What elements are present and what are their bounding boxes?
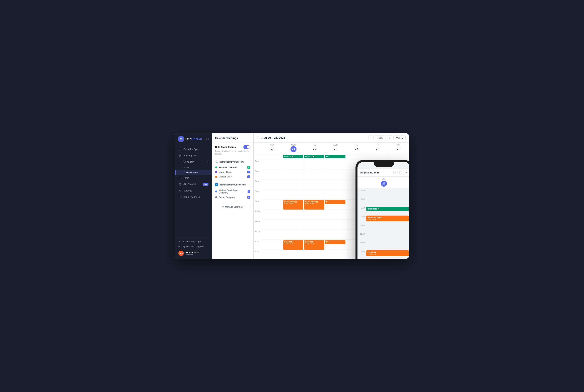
- sidebar-item-label: Settings: [183, 189, 192, 192]
- calendar-event[interactable]: Lunch 🍽12:30 - 1:30: [304, 240, 324, 250]
- user-profile-row: MS Michael Scott Premium ⋯: [178, 249, 208, 257]
- calendar-event[interactable]: Pa...: [325, 200, 345, 204]
- chevron-down-icon: ∨: [207, 161, 208, 163]
- improv-calendar-dot: [215, 171, 217, 173]
- all-day-mon: Breakfast 🍳: [283, 154, 304, 159]
- sidebar-logo: 01 OneOneCal ◁◁: [175, 133, 212, 145]
- sidebar-item-gift-onecal[interactable]: Gift OneCal New: [175, 181, 212, 188]
- calendar-next-button[interactable]: ›: [387, 135, 392, 140]
- feedback-icon: [178, 196, 181, 198]
- calendar-header: ⊟ Aug 20 – 26, 2023 ‹ Today › Week ∨: [254, 133, 409, 142]
- google-account-header: michaelscott@gmail.com: [215, 160, 250, 164]
- outlook-email: michaelscott@outlook.com: [219, 184, 246, 186]
- phone-breakfast-event[interactable]: Breakfast 🍳: [366, 207, 409, 211]
- phone-more-button[interactable]: ···: [405, 171, 408, 174]
- sidebar-item-calendars[interactable]: Calendars ∨: [175, 159, 212, 165]
- time-cell-6am-col2: [283, 170, 304, 180]
- time-cell-1pm-col1: [262, 240, 283, 250]
- user-info: Michael Scott Premium: [185, 251, 204, 256]
- sidebar-item-label: Booking Links: [183, 154, 198, 157]
- phone-paper-event[interactable]: Paper Strategy 9:00 - 10:00: [366, 216, 409, 222]
- sidebar-item-booking-links[interactable]: Booking Links ›: [175, 152, 212, 159]
- phone-day-number: 21: [381, 181, 387, 187]
- day-header-wed: WED 23: [325, 142, 346, 154]
- team-icon: [178, 176, 181, 180]
- google-email: michaelscott@gmail.com: [219, 161, 244, 163]
- phone-next-button[interactable]: ›: [399, 170, 404, 175]
- hide-clone-description: Do not display clone events created by O…: [215, 150, 250, 156]
- day-header-sun: SUN 20: [262, 142, 283, 154]
- mspc-calendar-checkbox[interactable]: ✓: [248, 190, 250, 193]
- sidebar-item-calendar-sync[interactable]: Calendar Sync: [175, 146, 212, 152]
- all-day-fri: [367, 154, 388, 159]
- sidebar-item-send-feedback[interactable]: Send Feedback: [175, 194, 212, 200]
- sidebar-item-label: Gift OneCal: [183, 183, 196, 186]
- improv-calendar-checkbox[interactable]: ✓: [247, 171, 250, 174]
- time-cell-7am-col2: [283, 180, 304, 190]
- user-menu-button[interactable]: ⋯: [206, 252, 208, 255]
- main-content: Calendar Settings Hide Clone Events Do n…: [212, 133, 409, 259]
- phone-time-8am: 8 AM Breakfast 🍳: [359, 207, 409, 216]
- all-day-wed: Bre...: [325, 154, 346, 159]
- calendar-event[interactable]: Paper Strategy9:00 - 10:00: [283, 200, 304, 210]
- new-badge: New: [203, 183, 208, 186]
- time-cell-2pm-col2: [283, 250, 304, 259]
- phone-time-10am: 10 AM: [359, 224, 409, 233]
- all-day-sat: [388, 154, 409, 159]
- calendar-view-button[interactable]: Week ∨: [393, 136, 406, 140]
- time-label-11am: 11 AM: [254, 220, 262, 230]
- copy-booking-link[interactable]: ⧉ Copy Booking Page link: [178, 244, 208, 249]
- calendar-event[interactable]: Paper Strategy9:00 - 10:00: [304, 200, 324, 210]
- sidebar-item-manage[interactable]: Manage: [175, 165, 212, 170]
- calendar-mspc: Michael Scott Paper Company ✓: [215, 188, 250, 195]
- time-label-12pm: 12 PM: [254, 230, 262, 240]
- mspc-calendar-dot: [215, 190, 217, 192]
- personal-calendar-checkbox[interactable]: ✓: [247, 166, 250, 169]
- settings-panel: Calendar Settings Hide Clone Events Do n…: [212, 133, 254, 259]
- svg-point-5: [180, 190, 180, 191]
- copy-icon: ⧉: [178, 245, 180, 248]
- sidebar-bottom: ↗ View Booking Page ⧉ Copy Booking Page …: [175, 237, 212, 259]
- sidebar-nav: Calendar Sync Booking Links ›: [175, 145, 212, 237]
- sidebar-item-settings[interactable]: Settings: [175, 188, 212, 194]
- time-cell-5am-col1: [262, 160, 283, 170]
- phone-prev-button[interactable]: ‹: [393, 170, 398, 175]
- manage-calendars-button[interactable]: ⚙ Manage Calendars: [215, 204, 250, 210]
- phone-time-9am: 9 AM Paper Strategy 9:00 - 10:00: [359, 216, 409, 224]
- day-header-fri: FRI 25: [367, 142, 388, 154]
- sidebar-collapse-button[interactable]: ◁◁: [204, 138, 208, 141]
- phone-lunch-event[interactable]: Lunch 🍽 12:30 - 1:30: [366, 250, 409, 256]
- phone-mockup: August 21, 2023 ‹ › ··· MON 21 6 AM: [356, 160, 409, 259]
- view-booking-page-link[interactable]: ↗ View Booking Page: [178, 239, 208, 244]
- breakfast-event-mon[interactable]: Breakfast 🍳: [283, 155, 304, 158]
- calendar-today-button[interactable]: Today: [375, 136, 386, 140]
- calendar-prev-button[interactable]: ‹: [369, 135, 374, 140]
- sidebar-item-calendar-view[interactable]: Calendar view: [175, 170, 212, 175]
- time-cell-11am-col3: [304, 220, 325, 230]
- breakfast-event-tue[interactable]: Breakfast 🍳: [304, 155, 324, 158]
- settings-icon: [178, 189, 181, 192]
- day-header-thu: THU 24: [346, 142, 367, 154]
- hide-clone-toggle[interactable]: [243, 145, 250, 149]
- time-cell-9am-col4: Pa...: [325, 200, 346, 210]
- time-label-9am: 9 AM: [254, 200, 262, 210]
- sidebar-item-team[interactable]: Team: [175, 175, 212, 181]
- calendar-icon: [178, 160, 181, 164]
- calendar-event[interactable]: Lunch 🍽12:30 - 1:30: [283, 240, 304, 250]
- app-container: 01 OneOneCal ◁◁ Calendar Sync: [175, 133, 409, 259]
- secret-calendar-checkbox[interactable]: ✓: [247, 196, 250, 199]
- calendar-days-header: SUN 20 MON 21 TUE 22 WED 23 THU 24: [254, 142, 409, 154]
- calendar-event[interactable]: Lu...: [325, 240, 345, 244]
- time-cell-12pm-col4: [325, 230, 346, 240]
- all-day-row: Breakfast 🍳 Breakfast 🍳 Bre...: [254, 154, 409, 160]
- gear-icon: ⚙: [222, 206, 224, 208]
- calendar-improv: Improv Class ✓: [215, 170, 250, 174]
- time-cell-7am-col1: [262, 180, 283, 190]
- dunder-calendar-checkbox[interactable]: ✓: [247, 176, 250, 178]
- link-icon: [178, 154, 181, 157]
- svg-rect-0: [179, 161, 181, 163]
- breakfast-event-wed[interactable]: Bre...: [325, 155, 345, 158]
- outlook-account-section: ⊞ michaelscott@outlook.com Michael Scott…: [212, 181, 253, 202]
- logo-text: OneOneCal: [185, 137, 202, 141]
- time-cell-8am-col3: [304, 190, 325, 200]
